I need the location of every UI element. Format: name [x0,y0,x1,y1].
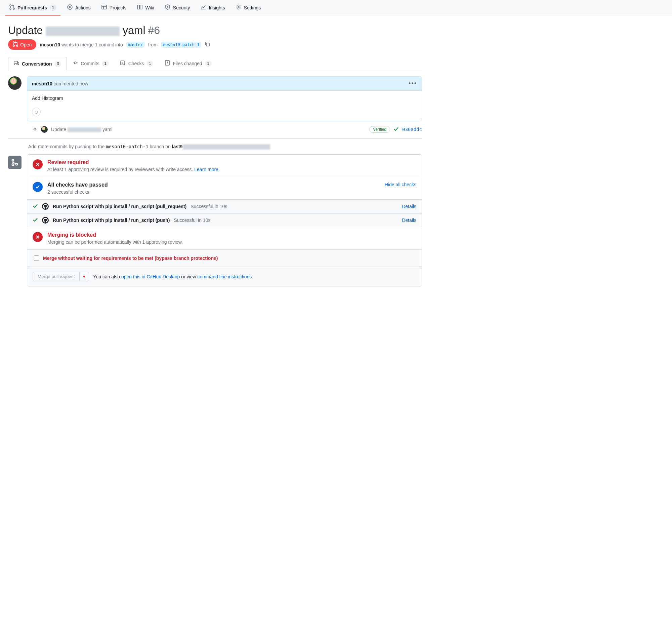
gear-icon [236,4,241,11]
verified-badge[interactable]: Verified [369,126,390,133]
avatar[interactable] [8,76,22,90]
avatar[interactable] [41,126,48,133]
svg-point-15 [12,159,14,161]
author-link[interactable]: meson10 [32,81,52,86]
merge-pull-request-button[interactable]: Merge pull request [32,272,79,281]
book-icon [137,4,142,11]
svg-point-2 [13,8,15,9]
comment-box: meson10 commented now ••• Add Histogram … [27,76,422,121]
bypass-checkbox-label[interactable]: Merge without waiting for requirements t… [32,255,416,262]
check-icon [32,217,38,224]
svg-point-14 [34,128,36,130]
svg-point-6 [238,6,239,8]
check-row: Run Python script with pip install / run… [27,200,422,213]
command-line-link[interactable]: command line instructions [197,274,252,279]
check-circle-icon [32,182,43,192]
merge-panel: Review required At least 1 approving rev… [27,154,422,286]
check-name[interactable]: Run Python script with pip install / run… [53,217,170,223]
tab-actions[interactable]: Actions [63,0,95,16]
copy-icon[interactable] [205,41,210,48]
checklist-icon [120,60,126,67]
play-icon [67,4,73,11]
tab-pull-requests[interactable]: Pull requests 1 [5,0,61,16]
tab-security[interactable]: Security [161,0,194,16]
comment-discussion-icon [14,61,19,67]
pr-state-badge: Open [8,39,36,50]
tab-wiki[interactable]: Wiki [133,0,158,16]
git-commit-icon [32,126,38,133]
kebab-icon[interactable]: ••• [409,80,417,87]
svg-point-17 [16,163,18,165]
commit-sha[interactable]: 036addc [402,127,422,132]
details-link[interactable]: Details [402,217,416,223]
learn-more-link[interactable]: Learn more. [194,167,219,172]
git-commit-icon [73,60,78,67]
svg-point-8 [13,45,15,46]
pr-meta-text: meson10 wants to merge 1 commit into [40,42,123,47]
svg-rect-12 [121,61,124,65]
tab-commits[interactable]: Commits 1 [67,56,114,70]
svg-point-9 [17,45,18,46]
open-in-desktop-link[interactable]: open this in GitHub Desktop [121,274,180,279]
timestamp[interactable]: now [80,81,88,86]
merge-dropdown-button[interactable] [79,272,89,281]
x-circle-icon [32,159,43,169]
timeline-commit: Update yaml Verified 036addc [32,126,422,133]
merge-help-text: You can also open this in GitHub Desktop… [93,274,253,279]
tab-label: Pull requests [18,5,47,10]
table-icon [101,4,107,11]
comment-header-text: meson10 commented now [32,81,88,86]
add-reaction-button[interactable]: ☺ [32,108,41,116]
svg-rect-10 [206,43,209,46]
svg-point-7 [13,42,15,43]
svg-point-5 [167,7,168,7]
check-icon [32,203,38,210]
pr-subtabs: Conversation 0 Commits 1 Checks 1 Files … [8,56,422,70]
tab-conversation[interactable]: Conversation 0 [8,57,67,70]
author-link[interactable]: meson10 [40,42,60,47]
details-link[interactable]: Details [402,204,416,209]
head-branch[interactable]: meson10-patch-1 [161,42,201,48]
shield-icon [165,4,170,11]
git-merge-icon [8,156,22,169]
repo-tabs: Pull requests 1 Actions Projects Wiki Se… [0,0,672,16]
file-diff-icon [165,60,170,67]
check-row: Run Python script with pip install / run… [27,213,422,227]
check-status: Successful in 10s [191,204,227,209]
bypass-checkbox[interactable] [34,256,39,261]
tab-settings[interactable]: Settings [232,0,265,16]
svg-point-1 [10,8,11,9]
svg-point-11 [74,62,76,64]
redacted-text [68,127,101,132]
commit-message[interactable]: Update yaml [51,127,113,132]
hide-checks-link[interactable]: Hide all checks [385,182,416,187]
bypass-section: Merge without waiting for requirements t… [27,250,422,267]
tab-label: Insights [209,5,225,10]
check-name[interactable]: Run Python script with pip install / run… [53,204,187,209]
tab-label: Projects [110,5,127,10]
svg-point-0 [10,5,11,6]
pr-number: #6 [148,24,160,37]
tab-label: Settings [244,5,261,10]
check-icon[interactable] [393,126,399,133]
merging-blocked-section: Merging is blocked Merging can be perfor… [27,227,422,250]
tab-label: Actions [75,5,91,10]
tab-count: 1 [50,5,56,11]
git-pull-request-icon [9,4,15,11]
comment-body: Add Histogram [27,91,422,106]
svg-rect-4 [102,5,106,9]
tab-label: Security [173,5,190,10]
push-hint: Add more commits by pushing to the meson… [28,144,422,149]
tab-checks[interactable]: Checks 1 [115,56,159,70]
github-actions-icon [42,203,49,210]
github-actions-icon [42,217,49,224]
merge-actions: Merge pull request You can also open thi… [27,267,422,286]
pr-title: Update yaml [8,24,145,37]
tab-files-changed[interactable]: Files changed 1 [159,56,217,70]
tab-projects[interactable]: Projects [97,0,131,16]
divider [8,138,422,139]
tab-insights[interactable]: Insights [196,0,229,16]
base-branch[interactable]: master [126,42,145,48]
review-required-section: Review required At least 1 approving rev… [27,155,422,177]
git-pull-request-icon [13,41,18,48]
